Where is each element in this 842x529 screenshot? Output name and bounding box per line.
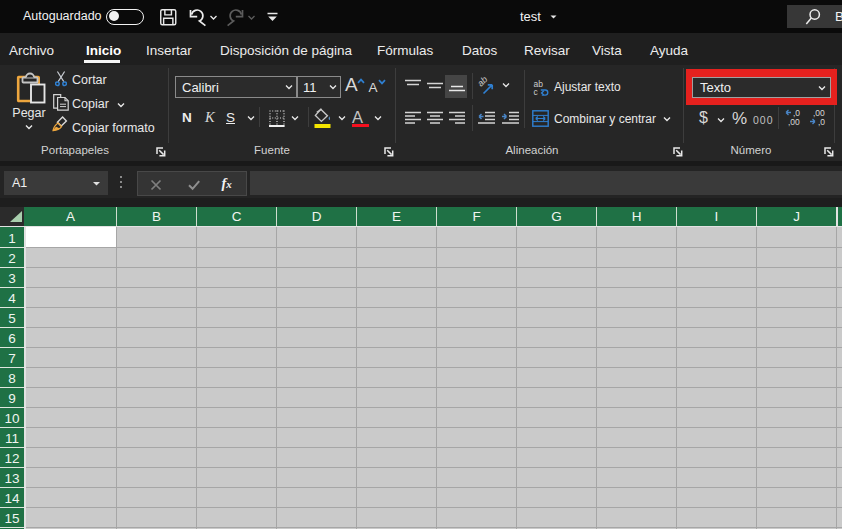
svg-text:,00: ,00	[788, 117, 800, 127]
svg-text:ab: ab	[478, 76, 489, 88]
svg-text:,0: ,0	[818, 117, 825, 127]
